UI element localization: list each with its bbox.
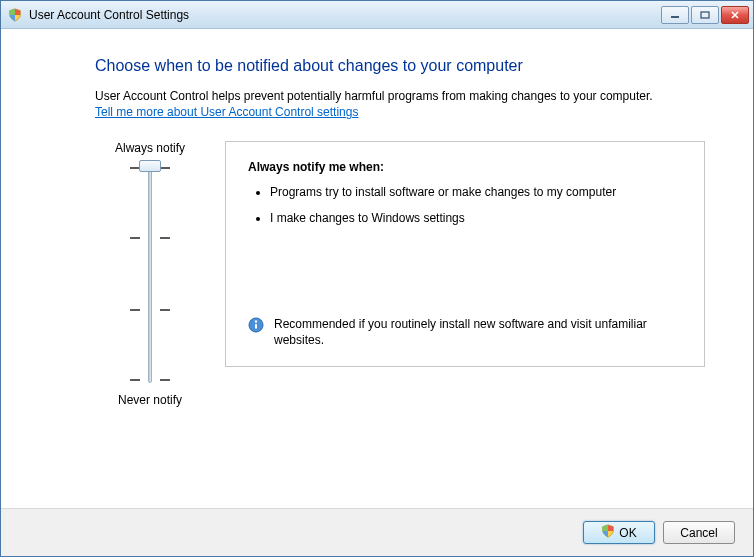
slider-thumb[interactable] — [139, 160, 161, 172]
slider-label-bottom: Never notify — [118, 393, 182, 407]
help-link[interactable]: Tell me more about User Account Control … — [95, 105, 358, 119]
minimize-button[interactable] — [661, 6, 689, 24]
ok-button-label: OK — [619, 526, 636, 540]
info-icon — [248, 317, 264, 336]
shield-icon — [7, 7, 23, 23]
description-panel: Always notify me when: Programs try to i… — [225, 141, 705, 407]
slider-label-top: Always notify — [115, 141, 185, 155]
content-area: Choose when to be notified about changes… — [1, 29, 753, 508]
list-item: I make changes to Windows settings — [270, 210, 682, 226]
titlebar[interactable]: User Account Control Settings — [1, 1, 753, 29]
page-heading: Choose when to be notified about changes… — [95, 57, 705, 75]
maximize-button[interactable] — [691, 6, 719, 24]
description-list: Programs try to install software or make… — [248, 184, 682, 236]
shield-icon — [601, 524, 615, 541]
svg-rect-1 — [701, 12, 709, 18]
description-heading: Always notify me when: — [248, 160, 682, 174]
close-button[interactable] — [721, 6, 749, 24]
ok-button[interactable]: OK — [583, 521, 655, 544]
window-controls — [661, 6, 749, 24]
notification-slider: Always notify Never notify — [95, 141, 205, 407]
svg-rect-0 — [671, 16, 679, 18]
description-box: Always notify me when: Programs try to i… — [225, 141, 705, 367]
intro-text: User Account Control helps prevent poten… — [95, 89, 705, 103]
svg-point-3 — [255, 320, 257, 322]
button-row: OK Cancel — [1, 508, 753, 556]
window-title: User Account Control Settings — [29, 8, 661, 22]
list-item: Programs try to install software or make… — [270, 184, 682, 200]
cancel-button-label: Cancel — [680, 526, 717, 540]
main-area: Always notify Never notify Always notify… — [95, 141, 705, 407]
cancel-button[interactable]: Cancel — [663, 521, 735, 544]
uac-settings-window: User Account Control Settings Choose whe… — [0, 0, 754, 557]
recommendation-text: Recommended if you routinely install new… — [274, 316, 682, 348]
description-footer: Recommended if you routinely install new… — [248, 316, 682, 352]
slider-track[interactable] — [120, 165, 180, 383]
svg-rect-4 — [255, 323, 257, 328]
